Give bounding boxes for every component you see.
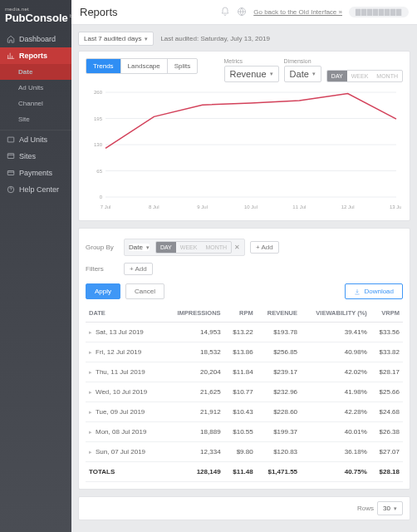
cell: ▸Wed, 10 Jul 2019 xyxy=(86,382,164,402)
cell: $24.68 xyxy=(370,402,403,422)
table-row: ▸Sun, 07 Jul 201912,334$9.80$120.8336.18… xyxy=(86,442,403,462)
period-day[interactable]: DAY xyxy=(327,71,347,81)
metrics-dropdown[interactable]: Revenue▾ xyxy=(224,66,279,82)
dimension-dropdown[interactable]: Date▾ xyxy=(284,66,321,82)
filters-label: Filters xyxy=(86,265,119,273)
table-row: ▸Sat, 13 Jul 201914,953$13.22$193.7839.4… xyxy=(86,323,403,342)
add-groupby-button[interactable]: + Add xyxy=(250,241,279,254)
tab-landscape[interactable]: Landscape xyxy=(121,59,168,73)
cell: $26.38 xyxy=(370,422,403,442)
cell: 12,334 xyxy=(164,442,223,462)
table-row: ▸Fri, 12 Jul 201918,532$13.86$256.8540.9… xyxy=(86,342,403,362)
download-icon xyxy=(354,288,361,295)
sidebar: media.net PubConsolebeta Dashboard Repor… xyxy=(0,0,71,532)
sidebar-item-dashboard[interactable]: Dashboard xyxy=(0,31,71,47)
payments-icon xyxy=(7,169,15,177)
svg-text:195: 195 xyxy=(94,116,103,121)
cell: $228.60 xyxy=(257,402,301,422)
tab-splits[interactable]: Splits xyxy=(168,59,198,73)
cell: 40.98% xyxy=(301,342,370,362)
cell: ▸Tue, 09 Jul 2019 xyxy=(86,402,164,422)
caret-right-icon[interactable]: ▸ xyxy=(89,409,92,415)
sidebar-item-sites[interactable]: Sites xyxy=(0,148,71,165)
sidebar-item-help[interactable]: Help Center xyxy=(0,181,71,198)
svg-text:8 Jul: 8 Jul xyxy=(149,204,159,209)
svg-text:260: 260 xyxy=(94,90,103,95)
col-header[interactable]: RPM xyxy=(224,304,257,323)
caret-right-icon[interactable]: ▸ xyxy=(89,329,92,335)
cell: ▸Fri, 12 Jul 2019 xyxy=(86,342,164,362)
sidebar-item-reports[interactable]: Reports xyxy=(0,47,71,64)
svg-text:11 Jul: 11 Jul xyxy=(292,204,306,209)
cell: $10.77 xyxy=(224,382,257,402)
brand-name: PubConsolebeta xyxy=(5,12,66,24)
rows-dropdown[interactable]: 30▾ xyxy=(377,501,403,515)
sidebar-item-site-sub[interactable]: Site xyxy=(0,111,71,127)
table-row: ▸Thu, 11 Jul 201920,204$11.84$239.1742.0… xyxy=(86,362,403,382)
line-chart: 0651301952607 Jul8 Jul9 Jul10 Jul11 Jul1… xyxy=(86,87,401,212)
caret-right-icon[interactable]: ▸ xyxy=(89,389,92,395)
svg-text:0: 0 xyxy=(100,195,103,200)
content: Last 7 audited days▾ Last audited: Satur… xyxy=(71,25,417,532)
caret-right-icon[interactable]: ▸ xyxy=(89,429,92,435)
globe-icon[interactable] xyxy=(237,7,247,18)
cancel-button[interactable]: Cancel xyxy=(125,283,164,299)
caret-right-icon[interactable]: ▸ xyxy=(89,349,92,355)
table-row: ▸Mon, 08 Jul 201918,889$10.55$199.3740.0… xyxy=(86,422,403,442)
date-range-dropdown[interactable]: Last 7 audited days▾ xyxy=(78,32,154,46)
cell: $239.17 xyxy=(257,362,301,382)
svg-rect-2 xyxy=(7,171,14,175)
user-menu[interactable]: ▇▇▇▇▇▇▇▇ xyxy=(349,7,409,17)
col-header[interactable]: VRPM xyxy=(370,304,403,323)
col-header[interactable]: REVENUE xyxy=(257,304,301,323)
sidebar-item-payments[interactable]: Payments xyxy=(0,165,71,181)
groupby-month[interactable]: MONTH xyxy=(201,242,231,253)
cell: 40.01% xyxy=(301,422,370,442)
cell: 39.41% xyxy=(301,323,370,342)
sidebar-item-adunits[interactable]: Ad Units xyxy=(0,130,71,148)
tab-trends[interactable]: Trends xyxy=(86,59,121,73)
chevron-down-icon: ▾ xyxy=(270,71,273,77)
svg-text:65: 65 xyxy=(96,169,102,174)
period-month[interactable]: MONTH xyxy=(372,71,402,81)
caret-right-icon[interactable]: ▸ xyxy=(89,449,92,455)
svg-rect-0 xyxy=(7,137,14,142)
bell-icon[interactable] xyxy=(220,7,230,18)
cell: $33.56 xyxy=(370,323,403,342)
chart-tabs: Trends Landscape Splits xyxy=(86,58,198,74)
sidebar-item-channel[interactable]: Channel xyxy=(0,96,71,111)
back-to-old-link[interactable]: Go back to the Old Interface » xyxy=(253,8,342,16)
chevron-down-icon: ▾ xyxy=(312,71,316,77)
cell: $256.85 xyxy=(257,342,301,362)
cell: $120.83 xyxy=(257,442,301,462)
sidebar-item-date[interactable]: Date xyxy=(0,64,71,80)
svg-text:7 Jul: 7 Jul xyxy=(101,204,111,209)
period-week[interactable]: WEEK xyxy=(347,71,373,81)
add-filter-button[interactable]: + Add xyxy=(124,263,153,275)
col-header[interactable]: DATE xyxy=(86,304,164,323)
remove-groupby-icon[interactable]: ✕ xyxy=(234,244,240,251)
cell: $9.80 xyxy=(224,442,257,462)
cell: $25.66 xyxy=(370,382,403,402)
chevron-down-icon: ▾ xyxy=(145,36,148,42)
cell: 20,204 xyxy=(164,362,223,382)
help-icon xyxy=(7,185,15,194)
download-button[interactable]: Download xyxy=(345,283,403,299)
groupby-day[interactable]: DAY xyxy=(156,242,176,253)
cell: 18,532 xyxy=(164,342,223,362)
groupby-dropdown[interactable]: Date ▾ xyxy=(129,244,150,251)
rows-label: Rows xyxy=(357,505,374,512)
svg-text:10 Jul: 10 Jul xyxy=(244,204,258,209)
cell: $10.43 xyxy=(224,402,257,422)
sidebar-item-adunits-sub[interactable]: Ad Units xyxy=(0,80,71,96)
groupby-week[interactable]: WEEK xyxy=(176,242,202,253)
cell: 21,912 xyxy=(164,402,223,422)
col-header[interactable]: VIEWABILITY (%) xyxy=(301,304,370,323)
table-row: ▸Tue, 09 Jul 201921,912$10.43$228.6042.2… xyxy=(86,402,403,422)
sites-icon xyxy=(7,152,15,160)
col-header[interactable]: IMPRESSIONS xyxy=(164,304,223,323)
cell: $27.07 xyxy=(370,442,403,462)
apply-button[interactable]: Apply xyxy=(86,283,120,299)
cell: $28.17 xyxy=(370,362,403,382)
caret-right-icon[interactable]: ▸ xyxy=(89,369,92,375)
